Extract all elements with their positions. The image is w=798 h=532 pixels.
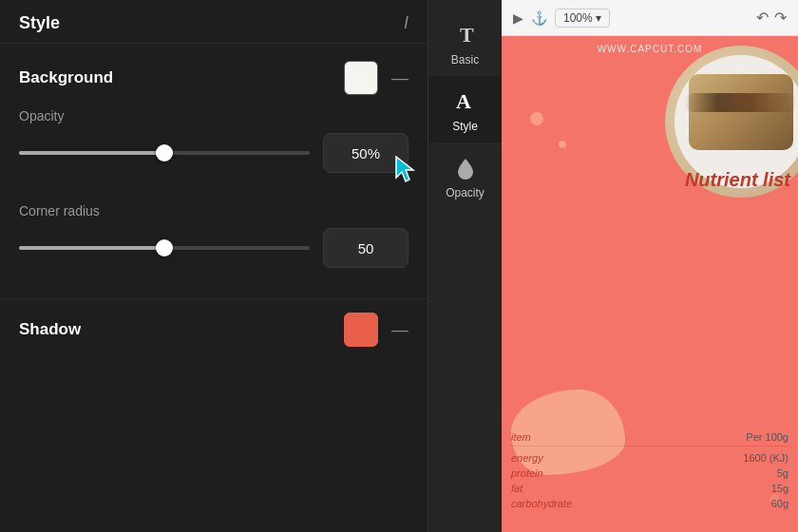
background-swatch-group: — xyxy=(344,61,408,95)
nutrient-row-fat: fat 15g xyxy=(511,483,788,494)
corner-radius-slider-row: 50 xyxy=(19,228,408,268)
basic-label: Basic xyxy=(451,53,479,66)
svg-marker-0 xyxy=(396,157,413,181)
corner-radius-section: Corner radius 50 xyxy=(0,200,428,294)
text-icon: T xyxy=(452,21,479,48)
zoom-value: 100% xyxy=(563,11,593,25)
opacity-value-box[interactable]: 50% xyxy=(323,133,408,173)
carbohydrate-key: carbohydrate xyxy=(511,498,572,509)
header-per100g: Per 100g xyxy=(746,431,788,443)
svg-text:A: A xyxy=(456,89,471,113)
zoom-chevron: ▾ xyxy=(596,11,601,25)
fat-val: 15g xyxy=(771,483,788,494)
sidebar-item-style[interactable]: A Style xyxy=(428,76,503,142)
cursor-icon[interactable]: ▶ xyxy=(513,10,523,26)
opacity-value: 50% xyxy=(352,145,380,162)
corner-radius-slider-fill xyxy=(19,246,164,250)
food-decoration xyxy=(689,74,793,150)
deco-dot-2 xyxy=(559,141,566,148)
redo-icon[interactable]: ↷ xyxy=(774,9,787,27)
protein-key: protein xyxy=(511,467,543,479)
corner-radius-slider-track[interactable] xyxy=(19,246,310,250)
preview-area: ▶ ⚓ 100% ▾ ↶ ↷ WWW.CAPCUT.COM xyxy=(502,0,798,532)
corner-radius-value-box[interactable]: 50 xyxy=(323,228,408,268)
background-color-swatch[interactable] xyxy=(344,61,378,95)
shadow-section: Shadow — xyxy=(0,298,428,373)
nutrient-row-energy: energy 1600 (KJ) xyxy=(511,452,788,464)
style-panel: Style I Background — Opacity 50% xyxy=(0,0,428,532)
shadow-row: Shadow — xyxy=(19,313,408,347)
opacity-slider-fill xyxy=(19,151,164,155)
italic-icon[interactable]: I xyxy=(404,13,408,33)
cursor-arrow-icon xyxy=(394,155,421,185)
zoom-badge[interactable]: 100% ▾ xyxy=(555,9,610,28)
panel-header: Style I xyxy=(0,0,428,44)
background-dash[interactable]: — xyxy=(391,68,408,88)
style-label: Style xyxy=(452,120,478,133)
anchor-icon[interactable]: ⚓ xyxy=(531,10,547,26)
opacity-label: Opacity xyxy=(19,108,408,124)
icon-panel: T Basic A Style Opacity xyxy=(428,0,502,532)
undo-redo-group: ↶ ↷ xyxy=(756,9,787,27)
right-side: T Basic A Style Opacity ▶ ⚓ 10 xyxy=(428,0,798,532)
header-item: item xyxy=(511,431,531,443)
nutrient-title: Nutrient list xyxy=(685,169,790,191)
opacity-icon-label: Opacity xyxy=(446,186,484,200)
style-icon: A xyxy=(452,87,479,114)
sidebar-item-opacity[interactable]: Opacity xyxy=(428,142,503,209)
plate-circle xyxy=(674,55,798,188)
fat-key: fat xyxy=(511,483,522,494)
shadow-swatch-group: — xyxy=(344,313,408,347)
background-section: Background — Opacity 50% xyxy=(0,44,428,200)
energy-key: energy xyxy=(511,452,543,464)
energy-val: 1600 (KJ) xyxy=(743,452,788,464)
opacity-drop-icon xyxy=(452,154,479,180)
nutrition-card: WWW.CAPCUT.COM Nutrient list xyxy=(502,36,798,532)
deco-dot-1 xyxy=(530,112,543,125)
shadow-label: Shadow xyxy=(19,320,81,339)
opacity-slider-track[interactable] xyxy=(19,151,310,155)
carbohydrate-val: 60g xyxy=(771,498,788,509)
background-row: Background — xyxy=(19,61,408,95)
corner-radius-value: 50 xyxy=(358,240,374,256)
preview-topbar: ▶ ⚓ 100% ▾ ↶ ↷ xyxy=(502,0,798,36)
panel-title: Style xyxy=(19,13,60,33)
opacity-slider-row: 50% xyxy=(19,133,408,173)
nutrient-table: item Per 100g energy 1600 (KJ) protein 5… xyxy=(511,431,788,513)
undo-icon[interactable]: ↶ xyxy=(756,9,769,27)
food-drizzle xyxy=(684,93,798,112)
shadow-color-swatch[interactable] xyxy=(344,313,378,347)
nutrient-row-protein: protein 5g xyxy=(511,467,788,479)
nutrient-row-carbohydrate: carbohydrate 60g xyxy=(511,498,788,509)
sidebar-item-basic[interactable]: T Basic xyxy=(428,10,503,76)
protein-val: 5g xyxy=(777,467,788,479)
corner-radius-label: Corner radius xyxy=(19,203,408,218)
corner-radius-slider-thumb[interactable] xyxy=(156,239,173,256)
background-label: Background xyxy=(19,68,113,87)
nutrient-header: item Per 100g xyxy=(511,431,788,446)
svg-text:T: T xyxy=(460,23,474,47)
opacity-slider-thumb[interactable] xyxy=(156,144,173,162)
shadow-dash[interactable]: — xyxy=(391,320,408,340)
